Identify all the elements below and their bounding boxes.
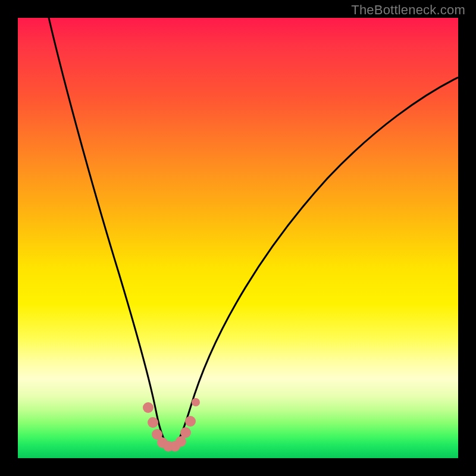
marker-dot [185, 416, 196, 427]
marker-dot [143, 402, 154, 413]
plot-area [18, 18, 458, 458]
chart-frame: TheBottleneck.com [0, 0, 476, 476]
watermark-text: TheBottleneck.com [351, 2, 465, 18]
chart-svg [18, 18, 458, 458]
marker-dot [148, 417, 158, 428]
bottleneck-curve [49, 18, 458, 446]
marker-dot [180, 427, 191, 438]
marker-dot [192, 398, 200, 406]
